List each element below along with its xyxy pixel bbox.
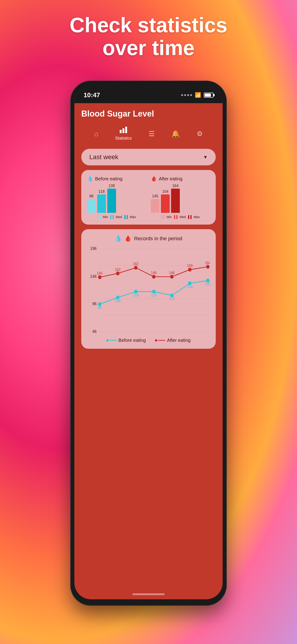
svg-text:139: 139 [205,282,210,286]
before-med-bar: 118 [97,190,106,213]
list-icon: ☰ [148,130,155,138]
after-eating-section: 🩸 After eating 145 154 [151,176,210,219]
headline: Check statistics over time [0,14,297,60]
dropdown-value: Last week [89,154,118,161]
svg-text:164: 164 [205,261,210,265]
before-eating-legend: ▌▌ Min ▌▌ Med ▌▌ Max [87,215,146,219]
svg-text:119: 119 [151,293,157,297]
app-content: Blood Sugar Level ⌂ Statistics [74,103,223,362]
before-eating-section: 💧 Before eating 96 118 [87,176,146,219]
svg-text:146: 146 [151,271,157,275]
app-title: Blood Sugar Level [81,103,216,123]
after-eating-header: 🩸 After eating [151,176,210,182]
before-min-bar: 96 [87,194,96,213]
line-chart-legend: Before eating After eating [87,338,210,343]
headline-line1: Check statistics [70,14,227,36]
cyan-legend-line [110,340,116,341]
svg-text:146: 146 [169,271,175,275]
nav-settings[interactable]: ⚙ [196,130,203,138]
after-max-bar: 164 [171,184,180,213]
red-legend-dot [155,339,157,342]
headline-line2: over time [102,36,194,60]
after-eating-title: After eating [159,176,182,182]
home-indicator [132,593,164,595]
svg-rect-0 [120,130,122,133]
after-eating-legend: ▌▌ Min ▌▌ Med ▌▌ Max [151,215,210,219]
after-eating-bars: 145 154 164 [151,185,210,213]
bar-charts-row: 💧 Before eating 96 118 [87,176,210,219]
before-eating-header: 💧 Before eating [87,176,146,182]
status-icons: 📶 [181,92,214,98]
line-cyan-drop-icon: 💧 [115,235,122,242]
red-legend-line [158,340,165,341]
svg-text:46: 46 [92,329,96,334]
line-chart-title: Records in the period [134,236,182,242]
svg-point-29 [134,266,138,270]
status-bar: 10:47 📶 [74,87,223,103]
svg-text:96: 96 [98,306,102,310]
after-eating-legend-label: After eating [167,338,190,343]
svg-text:152: 152 [115,268,121,272]
wifi-icon: 📶 [195,92,201,98]
phone-frame: 10:47 📶 Blood Sugar Level ⌂ [70,80,227,606]
svg-point-32 [188,268,192,271]
before-eating-title: Before eating [95,176,122,182]
before-min-legend-icon: ▌▌ [98,215,102,219]
svg-text:159: 159 [187,264,193,268]
after-max-legend-icon: ▌▌ [188,215,193,219]
period-dropdown[interactable]: Last week ▼ [81,149,216,166]
svg-text:108: 108 [115,299,121,303]
before-eating-bars: 96 118 139 [87,185,146,213]
svg-point-27 [98,275,102,279]
before-eating-legend-item: Before eating [106,338,146,343]
svg-point-33 [206,265,210,268]
cyan-legend-dot [106,339,109,342]
red-drop-icon: 🩸 [151,176,157,182]
line-chart-card: 💧 🩸 Records in the period [81,229,216,349]
nav-statistics[interactable]: Statistics [115,127,132,141]
line-chart-header: 💧 🩸 Records in the period [87,235,210,242]
nav-notifications[interactable]: 🔔 [171,130,180,138]
gear-icon: ⚙ [196,130,203,138]
cyan-drop-icon: 💧 [87,176,93,182]
svg-point-30 [152,275,156,278]
after-med-legend-icon: ▌▌ [174,215,179,219]
phone-screen: 10:47 📶 Blood Sugar Level ⌂ [74,87,223,599]
status-time: 10:47 [84,92,100,99]
battery-icon [204,92,214,98]
after-med-bar: 154 [161,190,170,213]
svg-text:162: 162 [133,262,138,266]
svg-rect-2 [125,127,127,133]
signal-icon [181,94,192,96]
before-max-bar: 139 [107,184,116,213]
nav-home[interactable]: ⌂ [94,130,98,138]
svg-point-28 [116,272,120,275]
after-min-legend-icon: ▌▌ [161,215,166,219]
line-chart-svg: 196 146 96 46 [87,247,210,334]
bell-icon: 🔔 [171,130,180,138]
svg-point-31 [170,275,174,278]
before-med-legend-icon: ▌▌ [110,215,115,219]
svg-text:134: 134 [187,285,193,289]
svg-text:146: 146 [90,274,97,279]
bar-chart-icon [120,127,127,135]
line-chart-container: 196 146 96 46 [87,247,210,334]
home-icon: ⌂ [94,130,98,138]
svg-text:119: 119 [133,293,138,297]
after-eating-legend-item: After eating [155,338,190,343]
svg-text:112: 112 [169,296,175,300]
chevron-down-icon: ▼ [203,154,208,160]
line-red-drop-icon: 🩸 [124,235,132,242]
svg-text:145: 145 [97,271,103,275]
svg-text:96: 96 [92,301,96,306]
bar-charts-card: 💧 Before eating 96 118 [81,170,216,224]
svg-text:196: 196 [90,247,97,251]
before-max-legend-icon: ▌▌ [124,215,129,219]
svg-rect-1 [122,128,124,133]
nav-list[interactable]: ☰ [148,130,155,138]
before-eating-legend-label: Before eating [118,338,146,343]
nav-statistics-label: Statistics [115,136,132,141]
after-min-bar: 145 [151,194,160,213]
bottom-nav: ⌂ Statistics ☰ 🔔 [81,123,216,144]
